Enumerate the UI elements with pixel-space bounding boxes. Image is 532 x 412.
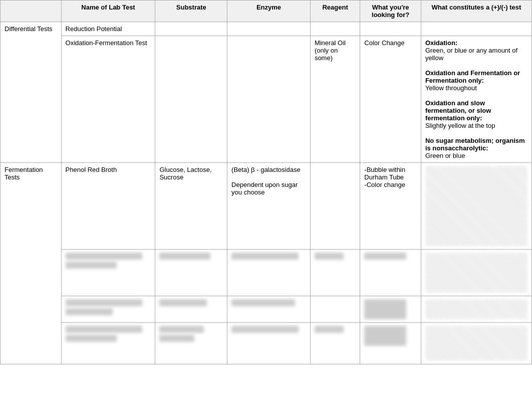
blurred-name-1b — [66, 262, 117, 269]
blurred-name-2b — [66, 308, 113, 315]
test-name-blurred1 — [61, 250, 155, 296]
substrate-prb-text: Glucose, Lactose, Sucrose — [159, 166, 211, 181]
looking-prb: -Bubble within Durham Tube-Color change — [360, 163, 421, 250]
table-row: Differential Tests Reduction Potential — [1, 22, 532, 36]
reagent-reduction — [310, 22, 360, 36]
test-name-reduction: Reduction Potential — [61, 22, 155, 36]
looking-blurred3 — [360, 323, 421, 364]
category-differential: Differential Tests — [1, 22, 62, 163]
looking-of: Color Change — [360, 36, 421, 163]
blurred-look-1 — [364, 253, 406, 260]
blurred-sub-2 — [159, 299, 207, 306]
header-name: Name of Lab Test — [61, 1, 155, 22]
constitutes-blurred1 — [421, 250, 531, 296]
constitutes-oxidation-text: Green, or blue or any amount of yellow — [425, 47, 517, 62]
constitutes-blurred2 — [421, 296, 531, 323]
constitutes-nosugar-text: Green or blue — [425, 152, 465, 159]
blurred-const-1 — [425, 253, 527, 293]
blurred-sub-3b — [159, 335, 194, 342]
blurred-sub-1 — [159, 253, 210, 260]
blurred-look-2 — [364, 299, 406, 319]
substrate-prb: Glucose, Lactose, Sucrose — [155, 163, 227, 250]
reagent-of: Mineral Oil (only on some) — [310, 36, 360, 163]
fermentation-label: Fermentation Tests — [5, 166, 43, 181]
blurred-const-2 — [425, 299, 527, 319]
table-row-blurred-3 — [1, 323, 532, 364]
blurred-name-3b — [66, 335, 117, 342]
test-name-prb: Phenol Red Broth — [61, 163, 155, 250]
blurred-sub-3 — [159, 326, 204, 333]
header-constitutes: What constitutes a (+)/(-) test — [421, 1, 531, 22]
constitutes-of-text: Yellow throughout — [425, 84, 477, 92]
looking-reduction — [360, 22, 421, 36]
reagent-blurred2 — [310, 296, 360, 323]
blurred-reagent-3 — [315, 326, 344, 333]
test-name-of: Oxidation-Fermentation Test — [61, 36, 155, 163]
reagent-blurred3 — [310, 323, 360, 364]
header-enzyme: Enzyme — [227, 1, 311, 22]
reagent-blurred1 — [310, 250, 360, 296]
blurred-enz-3 — [231, 326, 299, 333]
blurred-enz-2 — [231, 299, 295, 306]
constitutes-reduction — [421, 22, 531, 36]
reagent-prb — [310, 163, 360, 250]
looking-blurred2 — [360, 296, 421, 323]
constitutes-oxidation-label: Oxidation: — [425, 39, 457, 47]
enzyme-blurred3 — [227, 323, 311, 364]
substrate-of — [155, 36, 227, 163]
constitutes-of-label: Oxidation and Fermentation or Fermentati… — [425, 69, 520, 84]
constitutes-of: Oxidation: Green, or blue or any amount … — [421, 36, 531, 163]
blurred-look-3 — [364, 326, 406, 346]
constitutes-blurred3 — [421, 323, 531, 364]
header-category — [1, 1, 62, 22]
header-looking: What you're looking for? — [360, 1, 421, 22]
blurred-name-2 — [66, 299, 143, 306]
table-row-blurred-2 — [1, 296, 532, 323]
enzyme-prb: (Beta) β - galactosidaseDependent upon s… — [227, 163, 311, 250]
test-name-blurred3 — [61, 323, 155, 364]
blurred-const-3 — [425, 326, 527, 361]
table-row: Oxidation-Fermentation Test Mineral Oil … — [1, 36, 532, 163]
constitutes-nosugar-label: No sugar metabolism; organism is nonsacc… — [425, 137, 525, 152]
looking-blurred1 — [360, 250, 421, 296]
substrate-blurred1 — [155, 250, 227, 296]
substrate-blurred2 — [155, 296, 227, 323]
blurred-name-1 — [66, 253, 143, 260]
table-row-blurred-1 — [1, 250, 532, 296]
test-name-blurred2 — [61, 296, 155, 323]
enzyme-blurred2 — [227, 296, 311, 323]
substrate-blurred3 — [155, 323, 227, 364]
blurred-reagent-1 — [315, 253, 344, 260]
looking-of-text: Color Change — [364, 39, 404, 47]
blurred-enz-1 — [231, 253, 299, 260]
substrate-reduction — [155, 22, 227, 36]
table-row: Fermentation Tests Phenol Red Broth Gluc… — [1, 163, 532, 250]
enzyme-of — [227, 36, 311, 163]
reagent-of-text: Mineral Oil (only on some) — [315, 39, 346, 62]
header-reagent: Reagent — [310, 1, 360, 22]
blurred-name-3 — [66, 326, 143, 333]
category-fermentation: Fermentation Tests — [1, 163, 62, 364]
constitutes-slow-label: Oxidation and slow fermentation, or slow… — [425, 99, 491, 122]
enzyme-blurred1 — [227, 250, 311, 296]
constitutes-slow-text: Slightly yellow at the top — [425, 122, 495, 129]
constitutes-prb-blurred — [425, 166, 527, 246]
constitutes-prb — [421, 163, 531, 250]
looking-prb-text: -Bubble within Durham Tube-Color change — [364, 166, 405, 188]
enzyme-prb-text: (Beta) β - galactosidaseDependent upon s… — [231, 166, 301, 196]
category-label: Differential Tests — [5, 25, 53, 33]
lab-tests-table: Name of Lab Test Substrate Enzyme Reagen… — [0, 0, 532, 364]
header-substrate: Substrate — [155, 1, 227, 22]
enzyme-reduction — [227, 22, 311, 36]
main-table-wrapper: Name of Lab Test Substrate Enzyme Reagen… — [0, 0, 532, 364]
